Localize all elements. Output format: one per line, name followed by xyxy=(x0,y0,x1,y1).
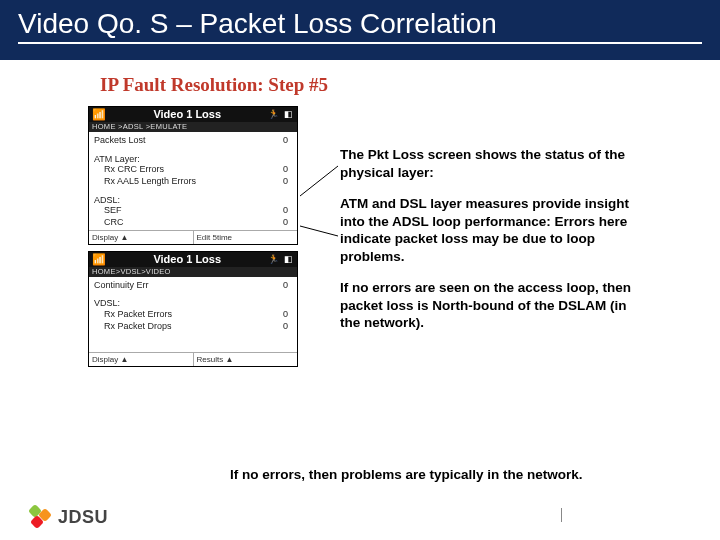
titlebar-icons: 🏃 ◧ xyxy=(268,254,294,264)
stat-row: Rx CRC Errors 0 xyxy=(92,164,294,175)
stat-row: Rx Packet Errors 0 xyxy=(92,309,294,320)
window-titlebar: 📶 Video 1 Loss 🏃 ◧ xyxy=(89,107,297,122)
signal-icon: 📶 xyxy=(92,108,106,121)
stat-value: 0 xyxy=(283,176,292,186)
stat-row: Rx AAL5 Length Errors 0 xyxy=(92,175,294,186)
stat-row: SEF 0 xyxy=(92,205,294,216)
footer-left[interactable]: Display ▲ xyxy=(89,231,194,244)
page-marker xyxy=(561,508,562,522)
footer-left[interactable]: Display ▲ xyxy=(89,353,194,366)
explanation-block: The Pkt Loss screen shows the status of … xyxy=(340,146,650,346)
window-titlebar: 📶 Video 1 Loss 🏃 ◧ xyxy=(89,252,297,267)
explain-p1: The Pkt Loss screen shows the status of … xyxy=(340,146,650,181)
subtitle: IP Fault Resolution: Step #5 xyxy=(100,74,720,96)
window-footer: Display ▲ Results ▲ xyxy=(89,352,297,366)
stat-value: 0 xyxy=(283,280,292,290)
stat-row: Packets Lost 0 xyxy=(92,134,294,145)
window-body: Packets Lost 0 ATM Layer: Rx CRC Errors … xyxy=(89,132,297,229)
stat-row: CRC 0 xyxy=(92,216,294,227)
explain-p3: If no errors are seen on the access loop… xyxy=(340,279,650,332)
svg-line-1 xyxy=(300,226,338,236)
signal-icon: 📶 xyxy=(92,253,106,266)
section-header: VDSL: xyxy=(92,296,294,308)
stat-value: 0 xyxy=(283,217,292,227)
stat-label: SEF xyxy=(104,205,122,215)
screenshot-stack: 📶 Video 1 Loss 🏃 ◧ HOME >ADSL >EMULATE P… xyxy=(88,106,298,373)
stat-label: Continuity Err xyxy=(94,280,149,290)
window-title: Video 1 Loss xyxy=(153,108,221,121)
brand-logo: JDSU xyxy=(28,504,108,530)
breadcrumb: HOME >ADSL >EMULATE xyxy=(89,122,297,133)
svg-line-0 xyxy=(300,166,338,196)
bottom-conclusion: If no errors, then problems are typicall… xyxy=(230,467,670,482)
stat-value: 0 xyxy=(283,309,292,319)
screenshot-adsl: 📶 Video 1 Loss 🏃 ◧ HOME >ADSL >EMULATE P… xyxy=(88,106,298,245)
stat-label: Packets Lost xyxy=(94,135,146,145)
slide-title: Video Qo. S – Packet Loss Correlation xyxy=(18,8,702,44)
stat-label: Rx AAL5 Length Errors xyxy=(104,176,196,186)
stat-value: 0 xyxy=(283,321,292,331)
window-footer: Display ▲ Edit 5time xyxy=(89,230,297,244)
stat-value: 0 xyxy=(283,205,292,215)
stat-label: Rx Packet Errors xyxy=(104,309,172,319)
logo-mark-icon xyxy=(28,504,54,530)
content-area: 📶 Video 1 Loss 🏃 ◧ HOME >ADSL >EMULATE P… xyxy=(0,106,720,466)
logo-text: JDSU xyxy=(58,507,108,528)
stat-value: 0 xyxy=(283,135,292,145)
title-bar: Video Qo. S – Packet Loss Correlation xyxy=(0,0,720,60)
stat-label: Rx Packet Drops xyxy=(104,321,172,331)
window-title: Video 1 Loss xyxy=(153,253,221,266)
stat-label: Rx CRC Errors xyxy=(104,164,164,174)
stat-row: Rx Packet Drops 0 xyxy=(92,320,294,331)
window-body: Continuity Err 0 VDSL: Rx Packet Errors … xyxy=(89,277,297,351)
breadcrumb: HOME>VDSL>VIDEO xyxy=(89,267,297,278)
screenshot-vdsl: 📶 Video 1 Loss 🏃 ◧ HOME>VDSL>VIDEO Conti… xyxy=(88,251,298,367)
footer-right[interactable]: Edit 5time xyxy=(194,231,298,244)
explain-p2: ATM and DSL layer measures provide insig… xyxy=(340,195,650,265)
section-header: ATM Layer: xyxy=(92,152,294,164)
stat-row: Continuity Err 0 xyxy=(92,279,294,290)
footer-right[interactable]: Results ▲ xyxy=(194,353,298,366)
section-header: ADSL: xyxy=(92,193,294,205)
stat-value: 0 xyxy=(283,164,292,174)
stat-label: CRC xyxy=(104,217,124,227)
titlebar-icons: 🏃 ◧ xyxy=(268,109,294,119)
